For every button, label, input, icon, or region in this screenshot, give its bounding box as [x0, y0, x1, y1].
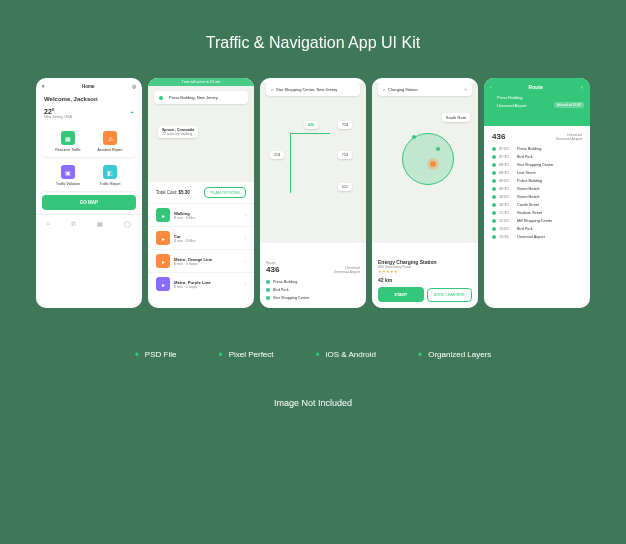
back-icon[interactable]: ‹	[490, 85, 491, 90]
plan-options-button[interactable]: PLAN OPTIONS	[204, 187, 246, 198]
screen-transit: Train will arrive in 10 min Press Buildi…	[148, 78, 254, 308]
stop-item[interactable]: 07:30Bird Park	[492, 153, 582, 161]
stop-item[interactable]: 09:30Green Hostel	[492, 185, 582, 193]
traffic-icon: ▦	[61, 131, 75, 145]
stop-dot-icon	[492, 179, 496, 183]
footer-note: Image Not Included	[274, 398, 352, 408]
origin-dot-icon	[159, 96, 163, 100]
more-icon[interactable]: ⋮	[580, 85, 584, 90]
stop-dot-icon	[492, 219, 496, 223]
cost-row: Total Cost: $5.30 PLAN OPTIONS	[148, 182, 254, 203]
stop-dot-icon	[492, 211, 496, 215]
stop-item[interactable]: Bird Park	[266, 286, 360, 294]
route-number: 436	[492, 132, 505, 141]
station-panel: Energy Charging Station 431 Greenway Roa…	[372, 253, 478, 308]
tile-accident[interactable]: ⚠ Accident Report	[89, 131, 131, 152]
location-text: New Jersey, USA	[44, 115, 134, 119]
tile-traffic[interactable]: ▦ Real-time Traffic	[47, 131, 89, 152]
stop-item[interactable]: 10:00Green Hostel	[492, 193, 582, 201]
route-number: 436	[266, 265, 279, 274]
mode-icon: ▸	[156, 254, 170, 268]
stop-dot-icon	[492, 187, 496, 191]
nav-phone-icon[interactable]: ✆	[71, 220, 76, 227]
bell-icon[interactable]: ◎	[132, 84, 136, 89]
map-area[interactable]: ⌕ Charging Station ✕ South Gate	[372, 83, 478, 243]
modes-list: ▸Walking8 min · 0.6km›▸Car3 min · 0.6km›…	[148, 203, 254, 295]
stop-item[interactable]: 11:30Stadium Street	[492, 209, 582, 217]
page-title: Traffic & Navigation App UI Kit	[206, 34, 420, 52]
stop-item[interactable]: 19:36Universal Airport	[492, 233, 582, 241]
search-input[interactable]: Press Building, New Jersey	[154, 91, 248, 104]
origin-dot-icon	[490, 95, 494, 99]
charging-range-circle	[402, 133, 454, 185]
map-area[interactable]: ⌕ Star Shopping Center, New Jersey 436 7…	[260, 83, 366, 243]
mode-item[interactable]: ▸Metro, Orange Line6 min · 4 stops›	[148, 249, 254, 272]
accident-icon: ⚠	[103, 131, 117, 145]
book-charging-button[interactable]: BOOK CHARGING	[427, 288, 473, 302]
stop-dot-icon	[492, 155, 496, 159]
stop-dot-icon	[492, 203, 496, 207]
welcome-text: Welcome, Jackson	[44, 96, 134, 102]
header: ≡ Home ◎	[36, 78, 142, 92]
temperature: 22°	[44, 108, 55, 115]
search-input[interactable]: ⌕ Charging Station ✕	[378, 83, 472, 96]
route-pin[interactable]: 512	[338, 183, 352, 191]
chevron-right-icon: ›	[245, 236, 246, 241]
mode-icon: ▸	[156, 231, 170, 245]
search-icon: ⌕	[271, 87, 273, 92]
tiles-row-2: ▣ Traffic Violation ◧ Traffic Report	[42, 160, 136, 191]
feature-item: Organized Layers	[418, 348, 491, 362]
map-area[interactable]: Train will arrive in 10 min Press Buildi…	[148, 78, 254, 182]
go-map-button[interactable]: GO MAP	[42, 195, 136, 210]
dest-dot-icon	[490, 103, 494, 107]
search-input[interactable]: ⌕ Star Shopping Center, New Jersey	[266, 83, 360, 96]
screen-home: ≡ Home ◎ Welcome, Jackson 22° ☁ New Jers…	[36, 78, 142, 308]
header-title: Route	[529, 84, 543, 90]
stops-list[interactable]: 07:00Press Building07:30Bird Park08:30St…	[492, 145, 582, 241]
stop-dot-icon	[266, 288, 270, 292]
nav-home-icon[interactable]: ⌂	[47, 220, 51, 227]
stop-dot-icon	[266, 296, 270, 300]
close-icon[interactable]: ✕	[464, 87, 467, 92]
stop-dot-icon	[266, 280, 270, 284]
stop-item[interactable]: 10:30Castle Street	[492, 201, 582, 209]
tile-report[interactable]: ◧ Traffic Report	[89, 165, 131, 186]
station-marker-icon[interactable]	[436, 147, 440, 151]
start-button[interactable]: START	[378, 287, 424, 302]
route-panel: Route 436 UniversalUniversal Airport Pre…	[260, 255, 366, 308]
map-label: Spruce - Concordia 22 mins by walking	[158, 126, 198, 138]
eta-banner: Train will arrive in 10 min	[148, 78, 254, 86]
stop-dot-icon	[492, 195, 496, 199]
mode-item[interactable]: ▸Walking8 min · 0.6km›	[148, 203, 254, 226]
mode-icon: ▸	[156, 277, 170, 291]
tile-violation[interactable]: ▣ Traffic Violation	[47, 165, 89, 186]
station-marker-icon[interactable]	[412, 135, 416, 139]
violation-icon: ▣	[61, 165, 75, 179]
route-pin[interactable]: 436	[304, 121, 318, 129]
screens-row: ≡ Home ◎ Welcome, Jackson 22° ☁ New Jers…	[36, 78, 590, 308]
route-pin[interactable]: 213	[270, 151, 284, 159]
nav-user-icon[interactable]: ◯	[124, 220, 131, 227]
stop-dot-icon	[492, 235, 496, 239]
mode-item[interactable]: ▸Car3 min · 0.6km›	[148, 226, 254, 249]
area-label: South Gate	[442, 113, 470, 122]
rating-stars: ★★★★★	[378, 269, 472, 274]
stop-item[interactable]: 07:00Press Building	[492, 145, 582, 153]
menu-icon[interactable]: ≡	[42, 84, 45, 89]
chevron-right-icon: ›	[245, 282, 246, 287]
mode-icon: ▸	[156, 208, 170, 222]
stop-item[interactable]: 08:30Star Shopping Center	[492, 161, 582, 169]
stop-item[interactable]: 08:30Leaf Street	[492, 169, 582, 177]
route-pin[interactable]: 713	[338, 151, 352, 159]
route-pin[interactable]: 713	[338, 121, 352, 129]
mode-item[interactable]: ▸Metro, Purple Line6 min · 4 stops›	[148, 272, 254, 295]
stop-item[interactable]: 09:00Police Building	[492, 177, 582, 185]
stop-item[interactable]: 19:00Bird Park	[492, 225, 582, 233]
stop-item[interactable]: 12:00Mill Shopping Center	[492, 217, 582, 225]
stop-item[interactable]: Star Shopping Center	[266, 294, 360, 302]
stop-dot-icon	[492, 171, 496, 175]
stop-item[interactable]: Press Building	[266, 278, 360, 286]
search-icon: ⌕	[383, 87, 385, 92]
tiles-row-1: ▦ Real-time Traffic ⚠ Accident Report	[42, 126, 136, 157]
nav-grid-icon[interactable]: ▦	[97, 220, 103, 227]
